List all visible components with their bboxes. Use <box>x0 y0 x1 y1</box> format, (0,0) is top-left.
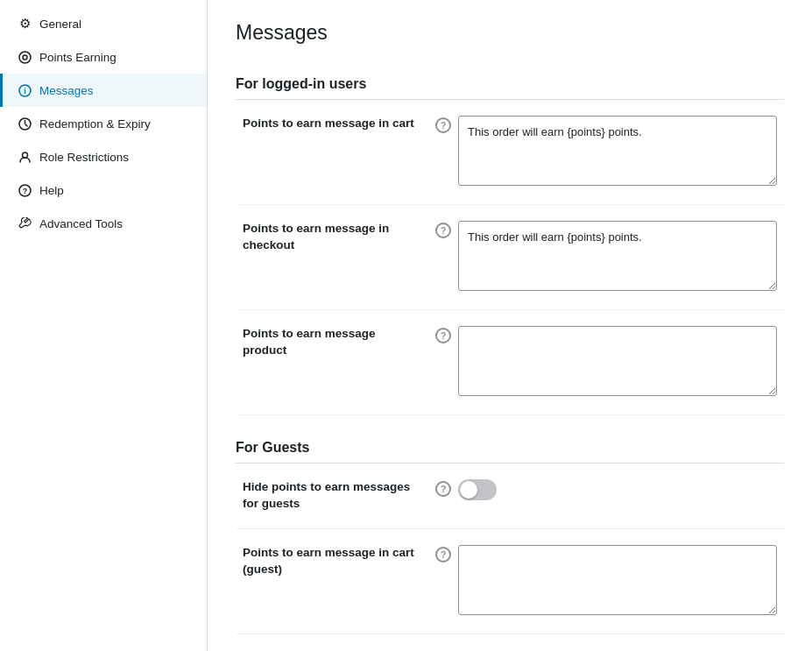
earn-cart-guest-help-icon[interactable]: ? <box>435 547 451 563</box>
points-earning-icon <box>17 49 32 65</box>
hide-guest-field-row: ? <box>435 479 777 500</box>
messages-icon: i <box>17 82 32 98</box>
earn-cart-input-area: This order will earn {points} points. <box>458 116 777 188</box>
sidebar-item-role-restrictions[interactable]: Role Restrictions <box>0 140 207 173</box>
earn-cart-guest-input-area <box>458 545 777 618</box>
earn-cart-field-row: ? This order will earn {points} points. <box>435 116 777 188</box>
svg-point-1 <box>23 55 27 60</box>
earn-product-input-area <box>458 326 777 399</box>
logged-in-heading: For logged-in users <box>236 66 784 100</box>
earn-cart-guest-label: Points to earn message in cart (guest) <box>243 546 414 576</box>
earn-cart-textarea[interactable]: This order will earn {points} points. <box>458 116 777 186</box>
sidebar-item-help[interactable]: ? Help <box>0 173 207 207</box>
earn-checkout-row: Points to earn message in checkout ? Thi… <box>236 205 784 310</box>
advanced-tools-icon <box>17 216 32 231</box>
earn-product-label: Points to earn message product <box>243 327 376 357</box>
sidebar-item-messages-label: Messages <box>39 84 94 97</box>
earn-cart-guest-row: Points to earn message in cart (guest) ? <box>236 529 784 634</box>
sidebar-item-general[interactable]: ⚙ General <box>0 7 207 40</box>
earn-cart-guest-textarea[interactable] <box>458 545 777 615</box>
earn-checkout-label: Points to earn message in checkout <box>243 222 389 251</box>
logged-in-section: For logged-in users Points to earn messa… <box>236 66 784 415</box>
svg-text:?: ? <box>22 187 27 195</box>
sidebar-item-general-label: General <box>39 18 81 31</box>
role-icon <box>17 149 32 165</box>
toggle-wrapper <box>458 479 497 500</box>
earn-checkout-input-area: This order will earn {points} points. <box>458 221 777 294</box>
sidebar-item-help-label: Help <box>39 184 64 197</box>
page-title: Messages <box>236 21 784 45</box>
help-icon: ? <box>17 182 32 198</box>
sidebar-item-messages[interactable]: i Messages <box>0 74 207 107</box>
earn-checkout-field-row: ? This order will earn {points} points. <box>435 221 777 294</box>
guests-section: For Guests Hide points to earn messages … <box>236 429 784 634</box>
sidebar-item-role-label: Role Restrictions <box>39 151 129 164</box>
earn-cart-guest-field-row: ? <box>435 545 777 618</box>
earn-product-row: Points to earn message product ? <box>236 310 784 415</box>
earn-checkout-help-icon[interactable]: ? <box>435 223 451 238</box>
earn-cart-help-icon[interactable]: ? <box>435 117 451 133</box>
sidebar: ⚙ General Points Earning i Messages <box>0 0 208 651</box>
main-content: Messages For logged-in users Points to e… <box>208 0 812 651</box>
hide-guest-row: Hide points to earn messages for guests … <box>236 463 784 529</box>
guests-heading: For Guests <box>236 429 784 463</box>
svg-point-7 <box>22 152 27 158</box>
sidebar-item-points-earning[interactable]: Points Earning <box>0 40 207 74</box>
earn-cart-row: Points to earn message in cart ? This or… <box>236 100 784 205</box>
svg-point-0 <box>19 52 31 63</box>
sidebar-item-advanced-tools-label: Advanced Tools <box>39 217 123 230</box>
sidebar-item-redemption-expiry[interactable]: Redemption & Expiry <box>0 107 207 140</box>
earn-cart-label: Points to earn message in cart <box>243 117 414 130</box>
sidebar-item-points-earning-label: Points Earning <box>39 51 117 64</box>
sidebar-item-redemption-label: Redemption & Expiry <box>39 117 151 131</box>
svg-text:i: i <box>24 87 26 96</box>
svg-line-6 <box>25 124 27 126</box>
redemption-icon <box>17 116 32 131</box>
earn-product-help-icon[interactable]: ? <box>435 328 451 343</box>
earn-product-field-row: ? <box>435 326 777 399</box>
earn-checkout-textarea[interactable]: This order will earn {points} points. <box>458 221 777 291</box>
hide-guest-label: Hide points to earn messages for guests <box>243 480 410 510</box>
hide-guest-toggle[interactable] <box>458 479 497 500</box>
general-icon: ⚙ <box>17 16 32 32</box>
sidebar-item-advanced-tools[interactable]: Advanced Tools <box>0 207 207 240</box>
hide-guest-help-icon[interactable]: ? <box>435 481 451 497</box>
earn-product-textarea[interactable] <box>458 326 777 396</box>
